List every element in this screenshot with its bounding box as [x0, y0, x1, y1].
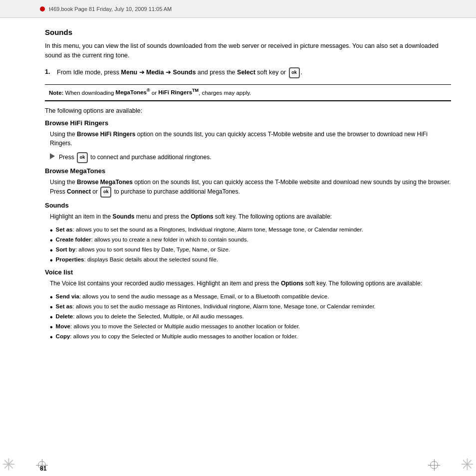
sounds-bold: Sounds: [112, 213, 134, 220]
header-bar: t469.book Page 81 Friday, July 10, 2009 …: [0, 0, 476, 18]
ok-button-icon-1: ok: [289, 67, 300, 78]
bullet-copy: • Copy: allows you to copy the Selected …: [50, 332, 451, 341]
bullet-dot-9: •: [50, 333, 53, 341]
red-dot: [40, 6, 45, 11]
main-content: Sounds In this menu, you can view the li…: [40, 18, 456, 458]
bullet-delete: • Delete: allows you to delete the Selec…: [50, 312, 451, 321]
bullet-properties: • Properties: displays Basic details abo…: [50, 255, 451, 264]
options-bold-2: Options: [281, 280, 303, 287]
ok-button-icon-2: ok: [77, 152, 88, 163]
ok-button-icon-3: ok: [100, 187, 111, 198]
bullet-dot-5: •: [50, 293, 53, 301]
step-1-text: From Idle mode, press Menu ➔ Media ➔ Sou…: [57, 67, 302, 78]
snowflake-icon-bl: ✳: [2, 455, 15, 474]
bullet-set-as-voice-text: Set as: allows you to set the audio mess…: [56, 302, 376, 311]
crosshair-bottom-right: [428, 459, 440, 471]
step-media-bold: Media: [146, 69, 164, 76]
bullet-set-as: • Set as: allows you to set the sound as…: [50, 226, 451, 235]
note-label: Note:: [49, 89, 63, 95]
bullet-sort-by: • Sort by: allows you to sort sound file…: [50, 245, 451, 254]
available-text: The following options are available:: [45, 107, 451, 114]
step-select-bold: Select: [237, 69, 255, 76]
bullet-dot-8: •: [50, 323, 53, 331]
intro-text: In this menu, you can view the list of s…: [45, 41, 451, 60]
step-sounds-bold: Sounds: [173, 69, 196, 76]
bullet-dot-2: •: [50, 237, 53, 244]
connect-bold: Connect: [67, 189, 91, 196]
step-menu-bold: Menu: [121, 69, 138, 76]
options-bold-1: Options: [191, 213, 213, 220]
note-hifi: HiFi RingersTM: [158, 89, 199, 95]
bullet-send-via: • Send via: allows you to send the audio…: [50, 292, 451, 301]
hifi-bold: Browse HiFi Ringers: [77, 131, 135, 138]
arrow-icon: [50, 153, 55, 159]
bullet-delete-text: Delete: allows you to delete the Selecte…: [56, 312, 244, 321]
section-title-sounds: Sounds: [45, 202, 451, 209]
mega-bold: Browse MegaTones: [77, 179, 133, 186]
section-title-hifi: Browse HiFi Ringers: [45, 119, 451, 127]
note-box: Note: When downloading MegaTones® or HiF…: [45, 84, 451, 101]
bullet-create-folder: • Create folder: allows you to create a …: [50, 236, 451, 244]
bullet-dot-6: •: [50, 303, 53, 311]
bullet-properties-text: Properties: displays Basic details about…: [56, 255, 218, 264]
header-text: t469.book Page 81 Friday, July 10, 2009 …: [49, 6, 172, 12]
hifi-press-text: Press ok to connect and purchase additio…: [59, 152, 212, 163]
section-title-mega: Browse MegaTones: [45, 167, 451, 175]
bullet-dot-3: •: [50, 246, 53, 254]
page-number: 81: [40, 465, 46, 472]
section-body-mega: Using the Browse MegaTones option on the…: [50, 178, 451, 198]
bullet-send-via-text: Send via: allows you to send the audio m…: [56, 292, 329, 301]
bullet-dot-1: •: [50, 227, 53, 235]
note-megatones: MegaTones®: [116, 89, 150, 95]
note-text: When downloading MegaTones® or HiFi Ring…: [65, 89, 251, 95]
page-title: Sounds: [45, 28, 451, 36]
bullet-create-folder-text: Create folder: allows you to create a ne…: [56, 236, 248, 244]
bullet-set-as-voice: • Set as: allows you to set the audio me…: [50, 302, 451, 311]
bullet-set-as-text: Set as: allows you to set the sound as a…: [56, 226, 363, 234]
corner-decoration-bl: ✳: [0, 446, 30, 476]
bullet-move-text: Move: allows you to move the Selected or…: [56, 322, 300, 331]
snowflake-icon-br: ✳: [461, 455, 474, 474]
step-1: 1. From Idle mode, press Menu ➔ Media ➔ …: [45, 67, 451, 78]
bullet-move: • Move: allows you to move the Selected …: [50, 322, 451, 331]
bullet-sort-by-text: Sort by: allows you to sort sound files …: [56, 245, 230, 254]
bullet-dot-7: •: [50, 313, 53, 321]
section-body-sounds: Highlight an item in the Sounds menu and…: [50, 212, 451, 222]
bullet-dot-4: •: [50, 256, 53, 264]
hifi-press-item: Press ok to connect and purchase additio…: [50, 152, 451, 163]
section-title-voice: Voice list: [45, 268, 451, 276]
step-1-num: 1.: [45, 67, 57, 78]
section-body-hifi: Using the Browse HiFi Ringers option on …: [50, 130, 451, 148]
section-body-voice: The Voice list contains your recorded au…: [50, 279, 451, 288]
bullet-copy-text: Copy: allows you to copy the Selected or…: [56, 332, 298, 341]
